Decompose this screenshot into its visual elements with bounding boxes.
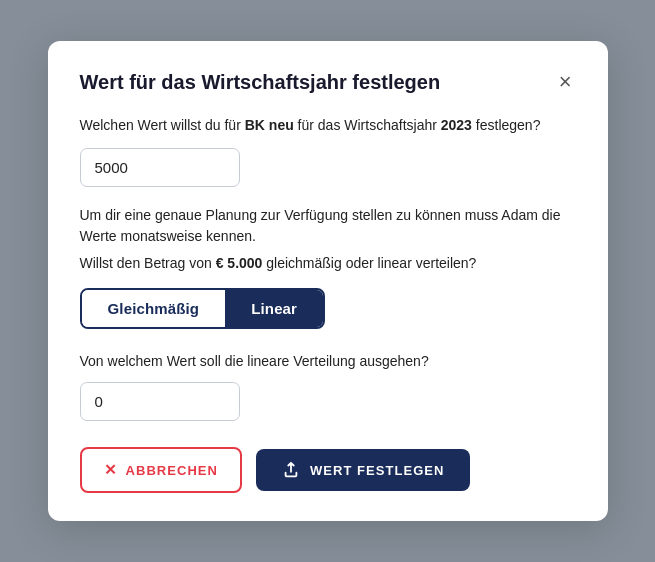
action-buttons: ✕ ABBRECHEN WERT FESTLEGEN xyxy=(80,447,576,493)
description-bold2: 2023 xyxy=(441,117,472,133)
cancel-x-icon: ✕ xyxy=(104,461,118,479)
linear-start-input[interactable] xyxy=(80,382,240,421)
linear-label-text: Von welchem Wert soll die lineare Vertei… xyxy=(80,351,576,372)
cancel-label: ABBRECHEN xyxy=(126,463,218,478)
confirm-label: WERT FESTLEGEN xyxy=(310,463,444,478)
distribution-toggle-group: Gleichmäßig Linear xyxy=(80,288,326,329)
distribution-question: Willst den Betrag von € 5.000 gleichmäßi… xyxy=(80,253,576,274)
modal-header: Wert für das Wirtschaftsjahr festlegen × xyxy=(80,69,576,95)
description-bold1: BK neu xyxy=(245,117,294,133)
description-suffix: festlegen? xyxy=(472,117,541,133)
description-text: Welchen Wert willst du für BK neu für da… xyxy=(80,115,576,136)
distribution-info-text: Um dir eine genaue Planung zur Verfügung… xyxy=(80,205,576,247)
value-input[interactable] xyxy=(80,148,240,187)
dist-q-bold: € 5.000 xyxy=(216,255,263,271)
close-button[interactable]: × xyxy=(555,69,576,95)
upload-icon xyxy=(282,461,300,479)
modal-title: Wert für das Wirtschaftsjahr festlegen xyxy=(80,69,555,95)
dist-q-prefix: Willst den Betrag von xyxy=(80,255,216,271)
dist-q-suffix: gleichmäßig oder linear verteilen? xyxy=(262,255,476,271)
confirm-button[interactable]: WERT FESTLEGEN xyxy=(256,449,470,491)
toggle-gleichmaessig[interactable]: Gleichmäßig xyxy=(82,290,226,327)
description-prefix: Welchen Wert willst du für xyxy=(80,117,245,133)
modal-dialog: Wert für das Wirtschaftsjahr festlegen ×… xyxy=(48,41,608,521)
cancel-button[interactable]: ✕ ABBRECHEN xyxy=(80,447,242,493)
toggle-linear[interactable]: Linear xyxy=(225,290,323,327)
description-middle: für das Wirtschaftsjahr xyxy=(294,117,441,133)
